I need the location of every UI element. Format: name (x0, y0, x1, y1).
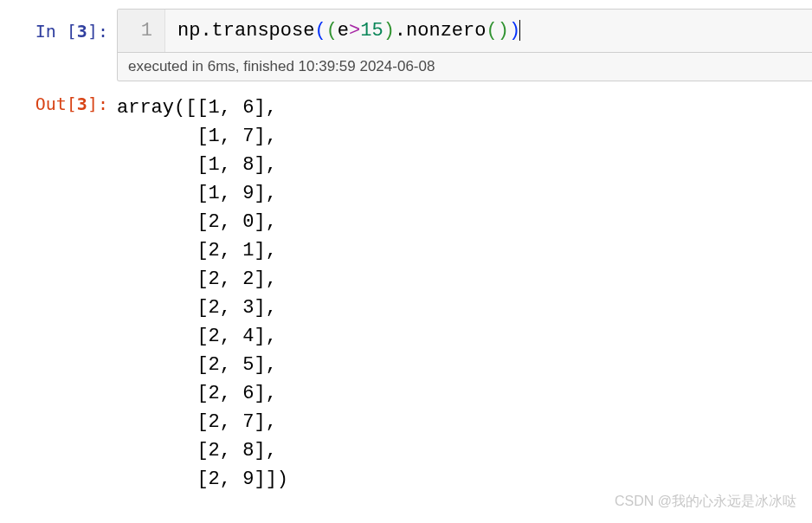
code-token: ( (326, 20, 338, 42)
output-cell: Out[3]: array([[1, 6], [1, 7], [1, 8], [… (0, 87, 812, 494)
out-prompt-prefix: Out[ (35, 94, 77, 114)
code-token: transpose (212, 20, 315, 42)
output-prompt: Out[3]: (0, 87, 117, 114)
in-prompt-prefix: In [ (35, 21, 77, 42)
input-cell: In [3]: 1 np.transpose((e>15).nonzero())… (0, 9, 812, 81)
line-gutter: 1 (118, 10, 165, 52)
code-token: . (395, 20, 406, 42)
out-prompt-number: 3 (77, 94, 87, 114)
code-token: np (177, 20, 200, 42)
output-text: array([[1, 6], [1, 7], [1, 8], [1, 9], [… (117, 87, 812, 494)
line-number: 1 (141, 20, 152, 42)
code-token: ( (314, 20, 325, 42)
execution-info: executed in 6ms, finished 10:39:59 2024-… (118, 52, 812, 81)
code-token: > (349, 20, 360, 42)
in-prompt-number: 3 (77, 21, 87, 42)
code-token: ( (486, 20, 497, 42)
code-editor[interactable]: 1 np.transpose((e>15).nonzero()) (118, 10, 812, 52)
input-prompt: In [3]: (0, 9, 117, 42)
code-token: 15 (360, 20, 383, 42)
text-cursor (519, 20, 520, 41)
code-token: e (338, 20, 349, 42)
code-token: ) (498, 20, 509, 42)
code-token: ) (383, 20, 395, 42)
code-token: nonzero (406, 20, 486, 42)
watermark: CSDN @我的心永远是冰冰哒 (615, 493, 796, 502)
code-token: . (200, 20, 211, 42)
in-prompt-suffix: ]: (87, 21, 108, 42)
input-area: 1 np.transpose((e>15).nonzero()) execute… (117, 9, 812, 81)
code-line[interactable]: np.transpose((e>15).nonzero()) (165, 10, 812, 52)
out-prompt-suffix: ]: (87, 94, 108, 114)
